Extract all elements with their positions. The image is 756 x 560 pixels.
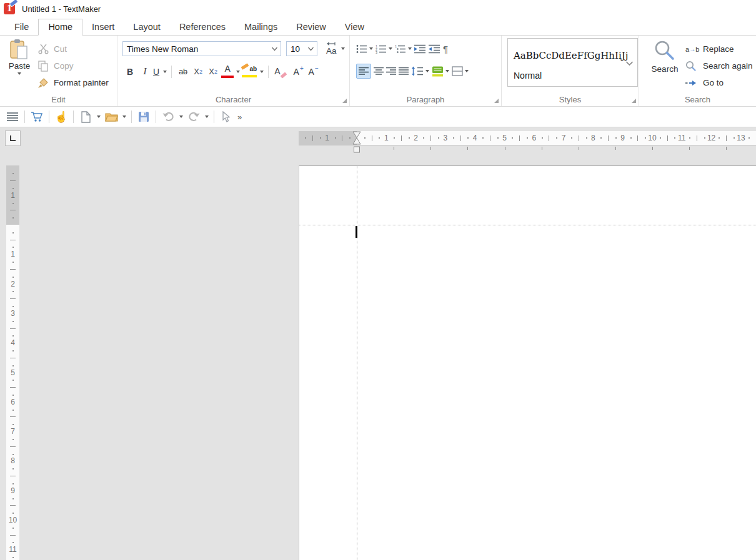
pointing-hand-icon: ☝ bbox=[54, 111, 67, 124]
chevron-down-icon[interactable] bbox=[120, 109, 128, 125]
search-button[interactable]: Search bbox=[647, 39, 683, 74]
ruler-number: 4 bbox=[473, 131, 477, 145]
font-name-value: Times New Roman bbox=[123, 44, 271, 54]
group-caption-search: Search bbox=[639, 95, 756, 104]
ruler-number: 1 bbox=[325, 131, 329, 145]
bold-button[interactable]: B bbox=[123, 64, 137, 80]
chevron-down-icon[interactable] bbox=[177, 109, 185, 125]
ruler-number: 6 bbox=[532, 131, 536, 145]
align-center-button[interactable] bbox=[374, 63, 384, 79]
tab-view[interactable]: View bbox=[336, 19, 374, 35]
divider bbox=[156, 111, 156, 123]
window-title: Untitled 1 - TextMaker bbox=[22, 4, 101, 14]
change-case-button[interactable]: Aa bbox=[326, 42, 345, 56]
formatting-marks-button[interactable]: ¶ bbox=[443, 41, 448, 57]
ruler-number: 11 bbox=[6, 545, 19, 554]
font-color-button[interactable]: A bbox=[221, 64, 240, 80]
goto-arrow-icon bbox=[685, 79, 700, 87]
shading-button[interactable] bbox=[432, 63, 449, 79]
align-right-button[interactable] bbox=[386, 63, 396, 79]
dialog-launcher-icon[interactable] bbox=[494, 99, 499, 103]
goto-button[interactable]: Go to bbox=[685, 74, 753, 91]
superscript-button[interactable]: X2 bbox=[206, 64, 220, 80]
ruler-tick bbox=[379, 137, 380, 139]
tab-home[interactable]: Home bbox=[38, 19, 82, 36]
font-name-combobox[interactable]: Times New Roman bbox=[122, 41, 281, 56]
new-document-icon bbox=[81, 111, 91, 123]
open-document-button[interactable] bbox=[104, 109, 119, 125]
search-again-button[interactable]: Search again bbox=[685, 57, 753, 74]
grow-font-button[interactable]: A+ bbox=[289, 64, 303, 80]
indent-marker[interactable] bbox=[352, 131, 361, 154]
italic-button[interactable]: I bbox=[138, 64, 152, 80]
ruler-tick bbox=[10, 240, 16, 240]
ruler-tick bbox=[586, 137, 587, 139]
new-document-button[interactable] bbox=[78, 109, 93, 125]
main-menu-button[interactable] bbox=[5, 109, 20, 125]
shrink-font-button[interactable]: A− bbox=[304, 64, 318, 80]
tab-stop-selector[interactable] bbox=[5, 130, 21, 146]
vertical-ruler[interactable]: 12345678910111 bbox=[6, 165, 19, 560]
tab-layout[interactable]: Layout bbox=[124, 19, 170, 35]
cut-label: Cut bbox=[54, 44, 67, 54]
strikethrough-button[interactable]: ab bbox=[176, 64, 190, 80]
subscript-button[interactable]: X2 bbox=[191, 64, 205, 80]
ruler-tick bbox=[608, 135, 609, 141]
ruler-tick bbox=[430, 135, 431, 141]
ruler-tick bbox=[645, 137, 646, 139]
reset-formatting-button[interactable]: A bbox=[273, 64, 288, 80]
chevron-down-icon[interactable] bbox=[202, 109, 211, 125]
ruler-tick bbox=[467, 137, 469, 139]
redo-button[interactable] bbox=[186, 109, 201, 125]
ruler-tick bbox=[571, 137, 572, 139]
increase-indent-button[interactable] bbox=[414, 41, 426, 57]
ruler-tick bbox=[10, 387, 16, 388]
tab-mailings[interactable]: Mailings bbox=[235, 19, 287, 35]
ruler-tick bbox=[615, 137, 617, 139]
numbered-list-button[interactable]: 1 2 3 bbox=[376, 41, 392, 57]
undo-icon bbox=[162, 112, 174, 122]
align-left-button[interactable] bbox=[356, 64, 371, 79]
ruler-tick bbox=[749, 137, 750, 139]
line-spacing-button[interactable] bbox=[411, 63, 429, 79]
undo-button[interactable] bbox=[161, 109, 176, 125]
paste-button[interactable]: Paste bbox=[5, 39, 34, 90]
style-gallery[interactable]: AaBbCcDdEeFfGgHhIiJj Normal bbox=[507, 38, 638, 87]
replace-icon: a→b bbox=[685, 46, 700, 53]
underline-button[interactable]: U bbox=[153, 64, 167, 80]
toolbar-overflow-button[interactable]: » bbox=[237, 112, 242, 122]
document-page[interactable] bbox=[299, 165, 756, 560]
justify-button[interactable] bbox=[399, 63, 409, 79]
copy-button[interactable]: Copy bbox=[36, 57, 109, 74]
touch-mode-button[interactable]: ☝ bbox=[54, 109, 69, 125]
borders-icon bbox=[452, 66, 463, 76]
bullet-list-button[interactable] bbox=[356, 41, 373, 57]
decrease-indent-icon bbox=[429, 44, 440, 54]
dialog-launcher-icon[interactable] bbox=[342, 99, 347, 103]
tab-insert[interactable]: Insert bbox=[82, 19, 124, 35]
shop-button[interactable] bbox=[29, 109, 44, 125]
tab-references[interactable]: References bbox=[170, 19, 235, 35]
decrease-indent-button[interactable] bbox=[429, 41, 440, 57]
ribbon-group-search: Search a→b Replace Search again bbox=[639, 36, 756, 106]
highlight-button[interactable]: ab bbox=[241, 64, 264, 80]
borders-button[interactable] bbox=[452, 63, 469, 79]
tab-file[interactable]: File bbox=[5, 19, 38, 35]
replace-button[interactable]: a→b Replace bbox=[685, 41, 753, 57]
workspace: 12345678910111 bbox=[0, 127, 756, 560]
tab-review[interactable]: Review bbox=[287, 19, 336, 35]
chevron-down-icon bbox=[408, 47, 412, 50]
chevron-down-icon[interactable] bbox=[94, 109, 102, 125]
dialog-launcher-icon[interactable] bbox=[632, 99, 636, 103]
format-painter-button[interactable]: Format painter bbox=[36, 74, 109, 91]
horizontal-ruler[interactable]: 123456789101112131 bbox=[299, 131, 756, 145]
font-size-combobox[interactable]: 10 bbox=[286, 41, 317, 56]
multilevel-list-button[interactable]: 1 bbox=[395, 41, 412, 57]
cut-button[interactable]: Cut bbox=[36, 41, 109, 57]
save-button[interactable] bbox=[136, 109, 151, 125]
text-caret bbox=[356, 226, 357, 238]
ruler-tick bbox=[12, 439, 14, 440]
object-mode-button[interactable] bbox=[219, 109, 234, 125]
ribbon-group-edit: Paste Cut bbox=[0, 36, 117, 106]
search-again-label: Search again bbox=[703, 61, 753, 71]
